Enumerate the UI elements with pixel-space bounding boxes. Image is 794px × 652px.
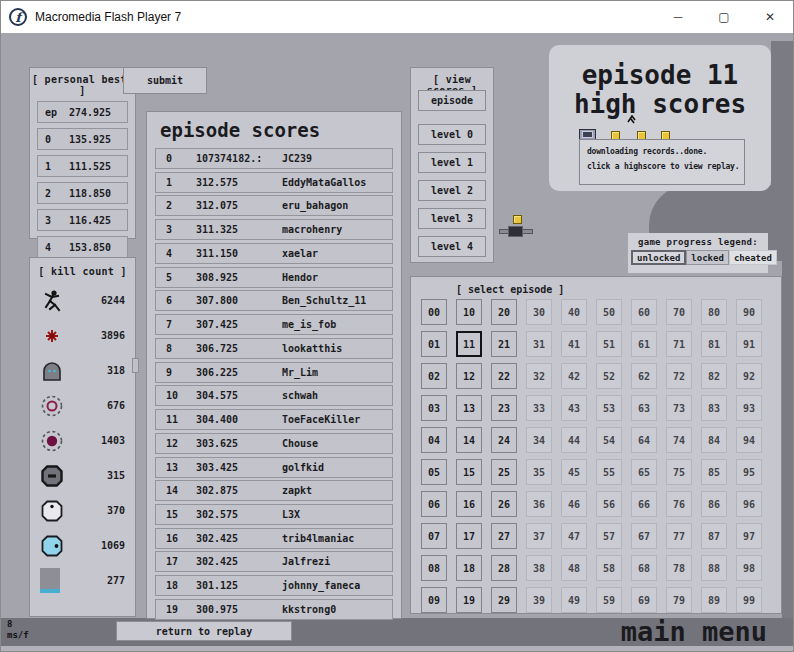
episode-cell-23[interactable]: 23	[491, 395, 517, 421]
episode-cell-68[interactable]: 68	[631, 555, 657, 581]
episode-cell-94[interactable]: 94	[736, 427, 762, 453]
view-level4-button[interactable]: level 4	[418, 236, 486, 257]
episode-cell-78[interactable]: 78	[666, 555, 692, 581]
episode-cell-53[interactable]: 53	[596, 395, 622, 421]
episode-cell-89[interactable]: 89	[701, 587, 727, 613]
episode-cell-02[interactable]: 02	[421, 363, 447, 389]
highscore-row[interactable]: 13303.425golfkid	[155, 457, 393, 478]
episode-cell-46[interactable]: 46	[561, 491, 587, 517]
view-level3-button[interactable]: level 3	[418, 208, 486, 229]
view-episode-button[interactable]: episode	[418, 90, 486, 111]
episode-cell-39[interactable]: 39	[526, 587, 552, 613]
episode-cell-12[interactable]: 12	[456, 363, 482, 389]
episode-cell-98[interactable]: 98	[736, 555, 762, 581]
episode-cell-45[interactable]: 45	[561, 459, 587, 485]
episode-cell-93[interactable]: 93	[736, 395, 762, 421]
episode-cell-54[interactable]: 54	[596, 427, 622, 453]
episode-cell-03[interactable]: 03	[421, 395, 447, 421]
episode-cell-38[interactable]: 38	[526, 555, 552, 581]
episode-cell-92[interactable]: 92	[736, 363, 762, 389]
episode-cell-49[interactable]: 49	[561, 587, 587, 613]
highscore-row[interactable]: 12303.625Chouse	[155, 433, 393, 454]
episode-cell-56[interactable]: 56	[596, 491, 622, 517]
episode-cell-19[interactable]: 19	[456, 587, 482, 613]
episode-cell-24[interactable]: 24	[491, 427, 517, 453]
episode-cell-82[interactable]: 82	[701, 363, 727, 389]
episode-cell-41[interactable]: 41	[561, 331, 587, 357]
close-button[interactable]: ✕	[747, 1, 793, 33]
highscore-row[interactable]: 10304.575schwah	[155, 385, 393, 406]
episode-cell-79[interactable]: 79	[666, 587, 692, 613]
highscore-row[interactable]: 5308.925Hendor	[155, 267, 393, 288]
episode-cell-26[interactable]: 26	[491, 491, 517, 517]
highscore-row[interactable]: 1312.575EddyMataGallos	[155, 172, 393, 193]
episode-cell-36[interactable]: 36	[526, 491, 552, 517]
highscore-row[interactable]: 19300.975kkstrong0	[155, 599, 393, 620]
highscore-row[interactable]: 7307.425me_is_fob	[155, 314, 393, 335]
episode-cell-72[interactable]: 72	[666, 363, 692, 389]
episode-cell-11[interactable]: 11	[456, 331, 482, 357]
panel-notch[interactable]	[132, 358, 139, 373]
episode-cell-85[interactable]: 85	[701, 459, 727, 485]
highscore-row[interactable]: 14302.875zapkt	[155, 480, 393, 501]
submit-button[interactable]: submit	[123, 67, 207, 94]
episode-cell-96[interactable]: 96	[736, 491, 762, 517]
highscore-row[interactable]: 9306.225Mr_Lim	[155, 362, 393, 383]
episode-cell-09[interactable]: 09	[421, 587, 447, 613]
view-level2-button[interactable]: level 2	[418, 180, 486, 201]
view-level1-button[interactable]: level 1	[418, 152, 486, 173]
episode-cell-86[interactable]: 86	[701, 491, 727, 517]
episode-cell-14[interactable]: 14	[456, 427, 482, 453]
highscore-row[interactable]: 11304.400ToeFaceKiller	[155, 409, 393, 430]
episode-cell-16[interactable]: 16	[456, 491, 482, 517]
highscore-row[interactable]: 3311.325macrohenry	[155, 219, 393, 240]
episode-cell-35[interactable]: 35	[526, 459, 552, 485]
episode-cell-04[interactable]: 04	[421, 427, 447, 453]
episode-cell-57[interactable]: 57	[596, 523, 622, 549]
minimize-button[interactable]: ─	[655, 1, 701, 33]
episode-cell-67[interactable]: 67	[631, 523, 657, 549]
highscore-row[interactable]: 8306.725lookatthis	[155, 338, 393, 359]
episode-cell-76[interactable]: 76	[666, 491, 692, 517]
maximize-button[interactable]: ▢	[701, 1, 747, 33]
episode-cell-10[interactable]: 10	[456, 299, 482, 325]
episode-cell-99[interactable]: 99	[736, 587, 762, 613]
episode-cell-18[interactable]: 18	[456, 555, 482, 581]
episode-cell-52[interactable]: 52	[596, 363, 622, 389]
episode-cell-43[interactable]: 43	[561, 395, 587, 421]
highscore-row[interactable]: 4311.150xaelar	[155, 243, 393, 264]
main-menu-button[interactable]: main menu	[621, 618, 767, 646]
episode-cell-07[interactable]: 07	[421, 523, 447, 549]
episode-cell-47[interactable]: 47	[561, 523, 587, 549]
episode-cell-15[interactable]: 15	[456, 459, 482, 485]
episode-cell-22[interactable]: 22	[491, 363, 517, 389]
episode-cell-21[interactable]: 21	[491, 331, 517, 357]
episode-cell-51[interactable]: 51	[596, 331, 622, 357]
episode-cell-91[interactable]: 91	[736, 331, 762, 357]
episode-cell-42[interactable]: 42	[561, 363, 587, 389]
episode-cell-58[interactable]: 58	[596, 555, 622, 581]
episode-cell-71[interactable]: 71	[666, 331, 692, 357]
return-to-replay-button[interactable]: return to replay	[116, 621, 292, 641]
view-level0-button[interactable]: level 0	[418, 124, 486, 145]
episode-cell-88[interactable]: 88	[701, 555, 727, 581]
episode-cell-27[interactable]: 27	[491, 523, 517, 549]
episode-cell-83[interactable]: 83	[701, 395, 727, 421]
episode-cell-05[interactable]: 05	[421, 459, 447, 485]
highscore-row[interactable]: 0107374182.:JC239	[155, 148, 393, 169]
episode-cell-25[interactable]: 25	[491, 459, 517, 485]
highscore-row[interactable]: 16302.425trib4lmaniac	[155, 528, 393, 549]
episode-cell-64[interactable]: 64	[631, 427, 657, 453]
episode-cell-31[interactable]: 31	[526, 331, 552, 357]
episode-cell-77[interactable]: 77	[666, 523, 692, 549]
episode-cell-40[interactable]: 40	[561, 299, 587, 325]
episode-cell-87[interactable]: 87	[701, 523, 727, 549]
episode-cell-48[interactable]: 48	[561, 555, 587, 581]
episode-cell-81[interactable]: 81	[701, 331, 727, 357]
episode-cell-65[interactable]: 65	[631, 459, 657, 485]
episode-cell-17[interactable]: 17	[456, 523, 482, 549]
episode-cell-59[interactable]: 59	[596, 587, 622, 613]
episode-cell-60[interactable]: 60	[631, 299, 657, 325]
episode-cell-74[interactable]: 74	[666, 427, 692, 453]
highscore-row[interactable]: 17302.425Jalfrezi	[155, 551, 393, 572]
